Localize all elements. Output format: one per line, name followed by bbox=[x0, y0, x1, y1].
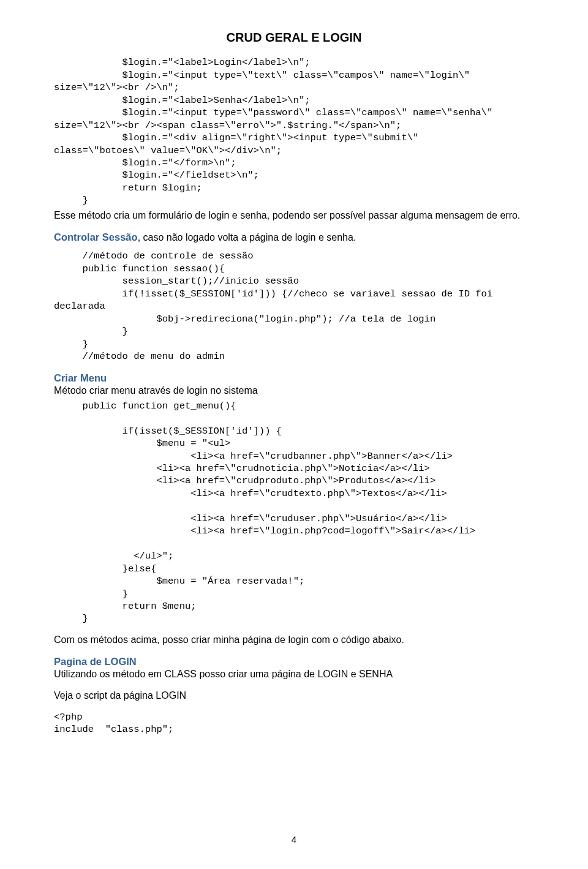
code-line: return $login; bbox=[54, 182, 202, 194]
code-line: size=\"12\"><br /><span class=\"erro\">"… bbox=[54, 120, 401, 131]
code-line: $menu = "Área reservada!"; bbox=[54, 576, 304, 587]
code-line: <li><a href=\"crudbanner.php\">Banner</a… bbox=[54, 451, 453, 462]
code-line: } bbox=[54, 339, 88, 350]
narrative-text: Método criar menu através de login no si… bbox=[54, 385, 534, 397]
code-line: $login.="<input type=\"text\" class=\"ca… bbox=[54, 70, 470, 81]
page-number: 4 bbox=[0, 833, 588, 846]
code-line: $login.="<label>Login</label>\n"; bbox=[54, 57, 311, 68]
code-line: declarada bbox=[54, 301, 105, 312]
narrative-text: Com os métodos acima, posso criar minha … bbox=[54, 634, 534, 647]
section-heading-controlar-sessao: Controlar Sessão bbox=[54, 231, 138, 243]
code-line: include "class.php"; bbox=[54, 724, 173, 735]
section-heading-criar-menu: Criar Menu bbox=[54, 372, 534, 385]
section-heading-pagina-login: Pagina de LOGIN bbox=[54, 655, 534, 668]
code-line: }else{ bbox=[54, 563, 156, 574]
code-line: <li><a href=\"crudtexto.php\">Textos</a>… bbox=[54, 488, 447, 499]
code-block-include: <?php include "class.php"; bbox=[54, 711, 534, 736]
code-line: //método de controle de sessão bbox=[54, 250, 254, 261]
code-line: $login.="<label>Senha</label>\n"; bbox=[54, 95, 311, 106]
code-line: } bbox=[54, 613, 88, 624]
code-line: $login.="</fieldset>\n"; bbox=[54, 170, 259, 181]
narrative-text: Esse método cria um formulário de login … bbox=[54, 209, 534, 222]
code-line: class=\"botoes\" value=\"OK\"></div>\n"; bbox=[54, 145, 282, 156]
code-line: $login.="<input type=\"password\" class=… bbox=[54, 107, 492, 118]
narrative-text: , caso não logado volta a página de logi… bbox=[138, 232, 356, 243]
code-line: <li><a href=\"crudproduto.php\">Produtos… bbox=[54, 475, 435, 486]
code-line: if(isset($_SESSION['id'])) { bbox=[54, 426, 282, 437]
code-line: } bbox=[54, 326, 128, 337]
code-line: </ul>"; bbox=[54, 551, 173, 562]
code-line: public function get_menu(){ bbox=[54, 401, 236, 412]
code-line: size=\"12\"><br />\n"; bbox=[54, 82, 179, 93]
code-line: $obj->redireciona("login.php"); //a tela… bbox=[54, 314, 435, 325]
code-block-sessao: //método de controle de sessão public fu… bbox=[54, 250, 534, 363]
code-block-get-menu: public function get_menu(){ if(isset($_S… bbox=[54, 400, 534, 625]
code-line: <li><a href=\"login.php?cod=logoff\">Sai… bbox=[54, 525, 475, 536]
code-line: return $menu; bbox=[54, 601, 197, 612]
code-line: session_start();//inicio sessão bbox=[54, 276, 299, 287]
code-block-login-form: $login.="<label>Login</label>\n"; $login… bbox=[54, 56, 534, 206]
code-line: } bbox=[54, 589, 128, 600]
code-line: $login.="</form>\n"; bbox=[54, 157, 236, 168]
code-line: $login.="<div align=\"right\"><input typ… bbox=[54, 132, 418, 143]
code-line: <li><a href=\"cruduser.php\">Usuário</a>… bbox=[54, 513, 447, 524]
code-line: <li><a href=\"crudnoticia.php\">Notícia<… bbox=[54, 463, 430, 474]
narrative-text: Utilizando os método em CLASS posso cria… bbox=[54, 668, 534, 681]
code-line: //método de menu do admin bbox=[54, 351, 225, 362]
code-line: $menu = "<ul> bbox=[54, 438, 230, 449]
page-title: CRUD GERAL E LOGIN bbox=[54, 29, 534, 45]
code-line: <?php bbox=[54, 712, 83, 723]
narrative-text: Veja o script da página LOGIN bbox=[54, 690, 534, 702]
code-line: public function sessao(){ bbox=[54, 263, 225, 274]
code-line: if(!isset($_SESSION['id'])) {//checo se … bbox=[54, 288, 492, 299]
code-line: } bbox=[54, 195, 88, 206]
